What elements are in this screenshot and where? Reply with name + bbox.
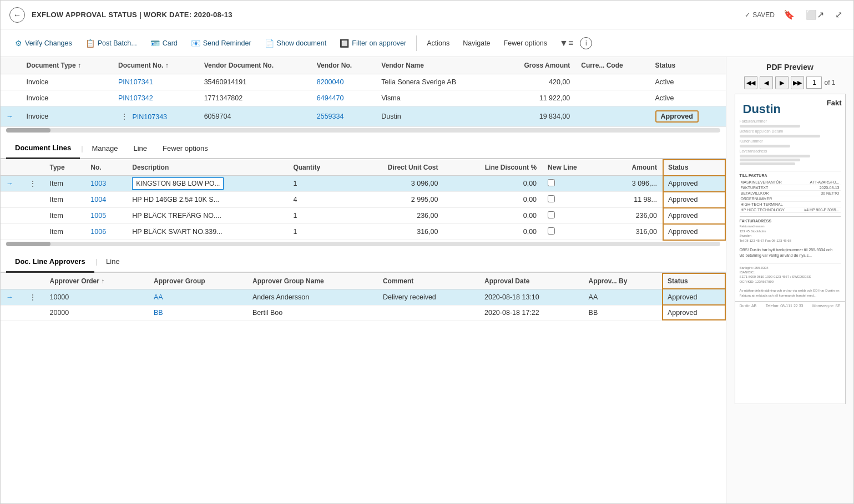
col-vendor-name[interactable]: Vendor Name	[376, 57, 496, 74]
row-more-button[interactable]: ⋮	[118, 112, 130, 121]
tab-manage[interactable]: Manage	[84, 139, 126, 158]
item-no-link[interactable]: 1005	[90, 212, 106, 220]
item-no-link[interactable]: 1006	[90, 228, 106, 236]
row-approver-group[interactable]: BB	[148, 305, 247, 320]
col-comment[interactable]: Comment	[377, 273, 479, 289]
new-line-checkbox[interactable]	[548, 195, 555, 202]
pdf-last-page-button[interactable]: ▶▶	[791, 76, 804, 89]
table-row[interactable]: Invoice PIN107342 1771347802 6494470 Vis…	[1, 90, 726, 106]
new-line-checkbox[interactable]	[548, 227, 555, 235]
col-approval-date[interactable]: Approval Date	[479, 273, 583, 289]
minimize-button[interactable]: ⤢	[833, 8, 845, 21]
navigate-button[interactable]: Navigate	[457, 36, 496, 50]
new-line-checkbox[interactable]	[548, 179, 555, 186]
status-active-badge: Active	[655, 94, 674, 102]
filter-icon-button[interactable]: ▼≡	[555, 35, 578, 52]
col-approver-order[interactable]: Approver Order ↑	[44, 273, 149, 289]
item-no-link[interactable]: 1004	[90, 196, 106, 203]
pdf-page-input[interactable]	[806, 77, 822, 89]
doc-no-link[interactable]: PIN107341	[118, 78, 153, 86]
col-doc-no[interactable]: Document No. ↑	[113, 57, 199, 74]
pdf-first-page-button[interactable]: ◀◀	[744, 76, 757, 89]
col-curr-code[interactable]: Curre... Code	[575, 57, 649, 74]
actions-button[interactable]: Actions	[421, 36, 455, 50]
show-document-button[interactable]: 📄 Show document	[259, 35, 332, 51]
tab-fewer-options[interactable]: Fewer options	[155, 139, 216, 158]
col-status[interactable]: Status	[650, 57, 726, 74]
row-new-line[interactable]	[542, 224, 605, 240]
doc-no-link[interactable]: PIN107343	[133, 113, 168, 121]
col-line-discount[interactable]: Line Discount %	[443, 160, 542, 176]
row-approver-group[interactable]: AA	[148, 289, 247, 305]
col-doc-type[interactable]: Document Type ↑	[21, 57, 113, 74]
tab-doc-line-approvers[interactable]: Doc. Line Approvers	[6, 252, 94, 273]
approver-row[interactable]: 20000 BB Bertil Boo 2020-08-18 17:22 BB …	[1, 305, 725, 320]
col-vendor-doc-no[interactable]: Vendor Document No.	[199, 57, 311, 74]
card-button[interactable]: 🪪 Card	[145, 35, 183, 51]
row-no[interactable]: 1006	[85, 224, 127, 240]
table-row-selected[interactable]: → Invoice ⋮ PIN107343 6059704 2559334 Du…	[1, 106, 726, 127]
doc-line-row[interactable]: Item 1006 HP BLÄCK SVART NO.339... 1 316…	[1, 224, 725, 240]
saved-status: ✓ SAVED	[745, 11, 775, 19]
bookmark-button[interactable]: 🔖	[781, 8, 797, 21]
send-reminder-button[interactable]: 📧 Send Reminder	[185, 35, 257, 51]
doc-line-row-selected[interactable]: → ⋮ Item 1003 KINGSTON 8GB LOW PO... 1 3…	[1, 176, 725, 192]
approver-row-selected[interactable]: → ⋮ 10000 AA Anders Andersson Delivery r…	[1, 289, 725, 305]
col-vendor-no[interactable]: Vendor No.	[311, 57, 376, 74]
col-amount[interactable]: Amount	[605, 160, 663, 176]
col-no[interactable]: No.	[85, 160, 127, 176]
row-doc-no[interactable]: PIN107341	[113, 74, 199, 90]
tab-document-lines[interactable]: Document Lines	[6, 138, 80, 159]
info-icon: i	[585, 39, 587, 47]
col-approver-group[interactable]: Approver Group	[148, 273, 247, 289]
post-batch-button[interactable]: 📋 Post Batch...	[80, 35, 143, 51]
external-link-button[interactable]: ⬜↗	[804, 8, 826, 21]
col-status[interactable]: Status	[663, 160, 725, 176]
vendor-no-link[interactable]: 8200040	[317, 78, 344, 86]
row-vendor-no[interactable]: 6494470	[311, 90, 376, 106]
filter-on-approver-button[interactable]: 🔲 Filter on approver	[334, 35, 412, 51]
row-new-line[interactable]	[542, 208, 605, 224]
doc-line-row[interactable]: Item 1005 HP BLÄCK TREFÄRG NO.... 1 236,…	[1, 208, 725, 224]
col-type[interactable]: Type	[44, 160, 85, 176]
vendor-no-link[interactable]: 6494470	[317, 94, 344, 102]
tab-line[interactable]: Line	[126, 139, 155, 158]
col-gross-amount[interactable]: Gross Amount	[496, 57, 576, 74]
row-doc-no[interactable]: ⋮ PIN107343	[113, 106, 199, 127]
tab-approvers-line[interactable]: Line	[98, 252, 128, 271]
vendor-no-link[interactable]: 2559334	[317, 113, 344, 120]
row-new-line[interactable]	[542, 192, 605, 208]
item-no-link[interactable]: 1003	[90, 180, 106, 187]
col-approver-group-name[interactable]: Approver Group Name	[247, 273, 377, 289]
row-doc-no[interactable]: PIN107342	[113, 90, 199, 106]
col-new-line[interactable]: New Line	[542, 160, 605, 176]
fewer-options-button[interactable]: Fewer options	[498, 36, 553, 50]
col-description[interactable]: Description	[127, 160, 287, 176]
doc-line-row[interactable]: Item 1004 HP HD 146GB 2.5# 10K S... 4 2 …	[1, 192, 725, 208]
row-vendor-no[interactable]: 8200040	[311, 74, 376, 90]
back-button[interactable]: ←	[9, 7, 25, 23]
approvers-table-container: Approver Order ↑ Approver Group Approver…	[1, 273, 726, 321]
info-button[interactable]: i	[580, 37, 592, 49]
pdf-next-page-button[interactable]: ▶	[775, 76, 789, 89]
col-quantity[interactable]: Quantity	[287, 160, 347, 176]
col-status[interactable]: Status	[663, 273, 725, 289]
row-vendor-no[interactable]: 2559334	[311, 106, 376, 127]
table-row[interactable]: Invoice PIN107341 35460914191 8200040 Te…	[1, 74, 726, 90]
doc-no-link[interactable]: PIN107342	[118, 94, 153, 102]
row-no[interactable]: 1003	[85, 176, 127, 192]
approver-group-link[interactable]: BB	[154, 309, 163, 317]
col-direct-unit-cost[interactable]: Direct Unit Cost	[347, 160, 443, 176]
verify-changes-button[interactable]: ⚙ Verify Changes	[9, 35, 78, 51]
row-no[interactable]: 1004	[85, 192, 127, 208]
row-description[interactable]: KINGSTON 8GB LOW PO...	[127, 176, 287, 192]
approver-group-link[interactable]: AA	[154, 293, 163, 301]
row-no[interactable]: 1005	[85, 208, 127, 224]
row-more-button[interactable]: ⋮	[27, 179, 39, 188]
col-approved-by[interactable]: Approv... By	[583, 273, 663, 289]
row-new-line[interactable]	[542, 176, 605, 192]
pdf-prev-page-button[interactable]: ◀	[760, 76, 773, 89]
new-line-checkbox[interactable]	[548, 211, 555, 218]
doc-lines-table: Type No. Description Quantity Direct Uni…	[1, 159, 726, 241]
row-more-button[interactable]: ⋮	[27, 293, 39, 302]
